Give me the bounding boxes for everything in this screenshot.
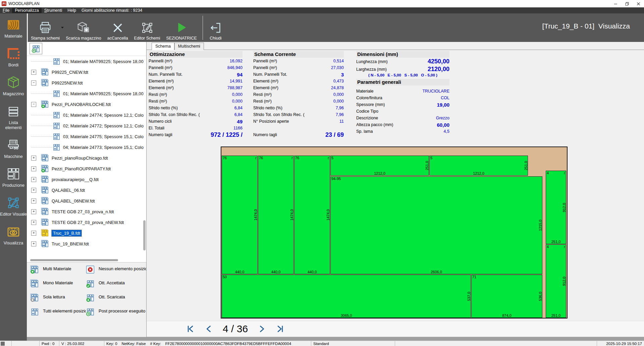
tree-item-label[interactable]: 03; Materiale 24775; Spessore 15,1; Colo… xyxy=(63,134,144,139)
tree-item-teste-gdb-27-03-prova-n-fdt[interactable]: +TESTE GDB 27_03_prova_n.fdt xyxy=(27,206,144,217)
tree-item-label[interactable]: QALABEL_06.fdt xyxy=(52,188,85,193)
sidebar-item-materiale[interactable]: Materiale xyxy=(0,17,27,39)
collapse-icon[interactable]: − xyxy=(31,80,36,85)
tree-item-p99225-cnew-fdt[interactable]: +P99225_CNEW.fdt xyxy=(27,67,144,77)
tree-item-04-materiale-24773-spessore[interactable]: 04; Materiale 24773; Spessore 15,1; Colo… xyxy=(27,142,144,153)
first-page-button[interactable] xyxy=(185,323,195,335)
tree-item-qalabel-06new-fdt[interactable]: +QALABEL_06NEW.fdt xyxy=(27,195,144,206)
tree-item-01-materiale-mat99225-spesso[interactable]: 01; Materiale MAT99225; Spessore 18,00; … xyxy=(27,88,144,99)
tree-item-01-materiale-24774-spessore[interactable]: 01; Materiale 24774; Spessore 12,1; Colo… xyxy=(27,110,144,120)
tree-item-label[interactable]: Truc_19_B.fdt xyxy=(52,230,82,236)
expand-icon[interactable]: + xyxy=(31,70,36,75)
sidebar-item-produzione[interactable]: Produzione xyxy=(0,167,27,188)
cut-piece-5-1212-0[interactable]: 51212,0251,0 xyxy=(429,156,528,176)
scrollbar-thumb[interactable] xyxy=(143,220,146,250)
tree-item-label[interactable]: P99225_CNEW.fdt xyxy=(52,70,88,75)
cut-piece-4-251-0[interactable]: 4r251,0912,0 xyxy=(546,244,566,318)
cut-piece-4-251-0[interactable]: 4r251,0912,0 xyxy=(546,171,566,244)
toolbar-button-chiudi[interactable]: Chiudi xyxy=(206,14,226,42)
menu-item-help[interactable]: Help xyxy=(65,8,79,13)
toolbar-button-sezionatrice[interactable]: SEZIONATRICE xyxy=(163,14,200,42)
collapse-icon[interactable]: − xyxy=(31,102,36,107)
scrollbar-thumb[interactable] xyxy=(30,259,118,261)
sidebar-item-editor-visuale[interactable]: Editor Visuale xyxy=(0,195,27,217)
expand-icon[interactable]: + xyxy=(31,156,36,161)
last-page-button[interactable] xyxy=(275,323,285,335)
menu-item-strumenti[interactable]: Strumenti xyxy=(42,8,65,13)
tree-item-03-materiale-24775-spessore[interactable]: 03; Materiale 24775; Spessore 15,1; Colo… xyxy=(27,131,144,142)
tree-item-label[interactable]: QALABEL_06NEW.fdt xyxy=(52,198,95,204)
toolbar-button-scarica-magazzino[interactable]: Scarica magazzino xyxy=(63,14,104,42)
tree-item-label[interactable]: 04; Materiale 24773; Spessore 15,1; Colo… xyxy=(63,145,144,150)
tree-item-label[interactable]: provalaurapierpo__Q.fdt xyxy=(52,177,99,182)
next-page-button[interactable] xyxy=(257,323,267,335)
cut-piece-94-95-2606-0[interactable]: 94-952606,01215,0 xyxy=(330,176,542,274)
tree-item-label[interactable]: Truc_19_BNEW.fdt xyxy=(52,241,89,246)
menu-item-file[interactable]: File xyxy=(0,8,12,13)
cut-piece-50-3065-0[interactable]: 503065,0537,0 xyxy=(222,275,471,318)
expand-icon[interactable]: + xyxy=(31,220,36,225)
toolbar-button-stampa-schemi[interactable]: Stampa schemi xyxy=(28,14,63,42)
tree-item-label[interactable]: TESTE GDB 27_03_prova_n.fdt xyxy=(52,209,114,214)
cut-piece-76-440-0[interactable]: 76r440,01474,0 xyxy=(222,156,258,274)
legend-label: Multi Materiale xyxy=(43,266,71,271)
close-button[interactable] xyxy=(633,0,644,7)
tab-multischemi[interactable]: Multischemi xyxy=(174,43,204,50)
tree-item-label[interactable]: TESTE GDB 27_03_prova_nNEW.fdt xyxy=(52,220,124,225)
toolbar-button-accancella[interactable]: acCancella xyxy=(104,14,131,42)
stat-value: 0,473 xyxy=(333,79,344,83)
panel-title-dimensioni-mm: Dimensioni (mm) xyxy=(356,51,449,58)
tree-item-label[interactable]: 01; Materiale MAT99225; Spessore 18,00; … xyxy=(63,59,144,64)
tree-item-label[interactable]: 02; Materiale 24772; Spessore 12,1; Colo… xyxy=(63,123,144,128)
tree-item-label[interactable]: Pezzi_PLANOBARILOCHE.fdt xyxy=(52,102,111,107)
stat-value: 6,84 xyxy=(234,112,243,117)
previous-page-button[interactable] xyxy=(204,323,214,335)
expand-icon[interactable]: + xyxy=(31,231,36,236)
sidebar-item-macchine[interactable]: Macchine xyxy=(0,138,27,159)
tree-item-pezzi-planobariloche-fdt[interactable]: −Pezzi_PLANOBARILOCHE.fdt xyxy=(27,99,144,110)
cut-piece-76-440-0[interactable]: 76r440,01474,0 xyxy=(294,156,330,274)
tree-item-label[interactable]: 01; Materiale MAT99225; Spessore 18,00; … xyxy=(63,91,144,96)
menu-item-personalizza[interactable]: Personalizza xyxy=(12,8,42,13)
cancel-x-icon xyxy=(111,21,125,36)
tree-vertical-scrollbar[interactable] xyxy=(143,56,146,258)
current-schema-panel: Schema CorrentePannelli (m³)0,514Pannell… xyxy=(253,51,344,138)
tab-schema[interactable]: Schema xyxy=(152,43,174,50)
file-tree-panel: 01; Materiale MAT99225; Spessore 18,00; … xyxy=(27,42,147,337)
expand-icon[interactable]: + xyxy=(31,198,36,204)
tree-item-label[interactable]: Pezzi_PlanoROUPPARATY.fdt xyxy=(52,166,111,171)
expand-icon[interactable]: + xyxy=(31,209,36,214)
sidebar-item-lista-elementi[interactable]: Lista elementi xyxy=(0,104,27,130)
piece-width-label: 440,0 xyxy=(258,270,293,274)
expand-icon[interactable]: + xyxy=(31,241,36,246)
sidebar-item-magazzino[interactable]: Magazzino xyxy=(0,75,27,96)
tree-item-label[interactable]: P99225NEW.fdt xyxy=(52,80,83,85)
tree-item-02-materiale-24772-spessore[interactable]: 02; Materiale 24772; Spessore 12,1; Colo… xyxy=(27,120,144,131)
maximize-button[interactable] xyxy=(621,0,633,7)
toolbar-button-editor-schemi[interactable]: Editor Schemi xyxy=(131,14,163,42)
tree-item-label[interactable]: 01; Materiale 24774; Spessore 12,1; Colo… xyxy=(63,113,144,118)
sidebar-item-bordi[interactable]: Bordi xyxy=(0,46,27,67)
sidebar-item-visualizza[interactable]: Visualizza xyxy=(0,224,27,245)
tree-item-provalaurapierpo-q-fdt[interactable]: +provalaurapierpo__Q.fdt xyxy=(27,174,144,185)
cutting-diagram: 76r440,01474,076r440,01474,076r440,01474… xyxy=(221,147,568,319)
cut-piece-76-440-0[interactable]: 76r440,01474,0 xyxy=(258,156,294,274)
tree-item-truc-19-bnew-fdt[interactable]: +Truc_19_BNEW.fdt xyxy=(27,238,144,249)
tree-item-qalabel-06-fdt[interactable]: +QALABEL_06.fdt xyxy=(27,185,144,195)
cut-piece-71-874-0[interactable]: 71874,0536,0 xyxy=(471,275,542,318)
expand-icon[interactable]: + xyxy=(31,177,36,182)
tree-item-pezzi-planoroupparaty-fdt[interactable]: +Pezzi_PlanoROUPPARATY.fdt xyxy=(27,163,144,174)
tree-horizontal-scrollbar[interactable] xyxy=(27,258,146,262)
tree-item-truc-19-b-fdt[interactable]: +Truc_19_B.fdt xyxy=(27,228,144,238)
tree-item-pezzi-planoroupchicago-fdt[interactable]: +Pezzi_planoRoupChicago.fdt xyxy=(27,153,144,163)
expand-icon[interactable]: + xyxy=(31,166,36,171)
page-indicator: 4 / 36 xyxy=(223,323,248,335)
tree-item-label[interactable]: Pezzi_planoRoupChicago.fdt xyxy=(52,156,108,161)
tree-item-teste-gdb-27-03-prova-nnew-fdt[interactable]: +TESTE GDB 27_03_prova_nNEW.fdt xyxy=(27,217,144,228)
tree-filter-button[interactable] xyxy=(30,43,42,54)
tree-item-01-materiale-mat99225-spesso[interactable]: 01; Materiale MAT99225; Spessore 18,00; … xyxy=(27,56,144,67)
expand-icon[interactable]: + xyxy=(31,188,36,193)
minimize-button[interactable] xyxy=(610,0,621,7)
tree-item-p99225new-fdt[interactable]: −P99225NEW.fdt xyxy=(27,77,144,88)
cut-piece-5-1212-0[interactable]: 51212,0251,0 xyxy=(330,156,429,176)
